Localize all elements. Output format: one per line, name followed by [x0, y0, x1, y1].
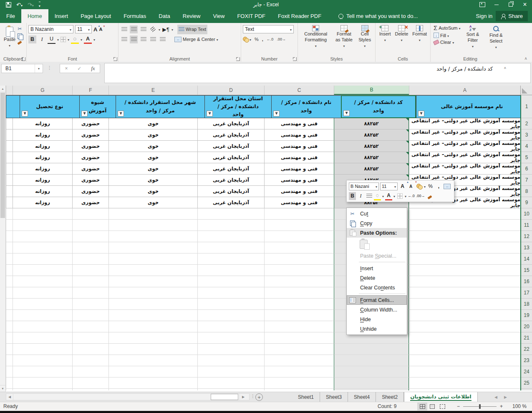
cell-D17[interactable]	[197, 287, 264, 299]
cell-D4[interactable]: آذربایجان غربی	[197, 141, 264, 152]
borders-icon[interactable]	[61, 37, 66, 42]
cell-F19[interactable]	[72, 310, 108, 321]
format-as-table-button[interactable]: Format as Table	[332, 24, 356, 49]
cell-G26[interactable]	[13, 389, 72, 390]
menu-tab-file[interactable]: File	[0, 9, 21, 23]
cell-D16[interactable]	[197, 276, 264, 287]
font-dialog-launcher-icon[interactable]	[113, 57, 117, 61]
cell-F11[interactable]	[72, 220, 108, 231]
cell-A13[interactable]	[409, 242, 520, 253]
cell-G2[interactable]: روزانه	[13, 118, 72, 129]
zoom-slider-thumb[interactable]	[479, 404, 481, 409]
cell-A2[interactable]: موسسه آموزش عالی غیر دولتی– غیر انتفاعی …	[409, 118, 520, 129]
mini-font-name-select[interactable]: B Nazani	[349, 182, 379, 190]
cell-C21[interactable]	[264, 332, 334, 344]
cell-D13[interactable]	[197, 242, 264, 253]
cell-C17[interactable]	[264, 287, 334, 299]
row-header-13[interactable]: 13	[521, 242, 532, 253]
cell-F16[interactable]	[72, 276, 108, 287]
column-header-E[interactable]: E	[108, 86, 197, 95]
menu-tab-data[interactable]: Data	[152, 9, 176, 23]
cell-A14[interactable]	[409, 253, 520, 265]
cell-G20[interactable]	[13, 321, 72, 332]
cell-A17[interactable]	[409, 287, 520, 299]
cell-H10[interactable]	[6, 208, 13, 220]
cell-F5[interactable]: حضوری	[72, 152, 108, 163]
cell-D26[interactable]	[197, 389, 264, 390]
cell-E19[interactable]	[108, 310, 197, 321]
cell-A26[interactable]	[409, 389, 520, 390]
cell-E9[interactable]: خوی	[108, 197, 197, 208]
cell-G19[interactable]	[13, 310, 72, 321]
cell-H21[interactable]	[6, 332, 13, 344]
row-header-21[interactable]: 21	[521, 332, 532, 344]
cell-G24[interactable]	[13, 366, 72, 378]
row-header-3[interactable]: 3	[521, 129, 532, 141]
cell-G10[interactable]	[13, 208, 72, 220]
cell-G11[interactable]	[13, 220, 72, 231]
cell-G5[interactable]: روزانه	[13, 152, 72, 163]
cell-H11[interactable]	[6, 220, 13, 231]
align-left-icon[interactable]	[120, 35, 128, 43]
mini-increase-decimal-icon[interactable]: ←.0	[408, 192, 415, 200]
horizontal-scroll-thumb[interactable]	[211, 394, 238, 400]
mini-grow-font-icon[interactable]: A	[399, 182, 406, 190]
cell-G25[interactable]	[13, 378, 72, 389]
cell-G9[interactable]: روزانه	[13, 197, 72, 208]
cell-G7[interactable]: روزانه	[13, 175, 72, 186]
next-sheet-icon[interactable]: ▶	[504, 395, 507, 399]
cell-F2[interactable]: حضوری	[72, 118, 108, 129]
context-menu-item-unhide[interactable]: Unhide	[347, 324, 407, 334]
cell-E25[interactable]	[108, 378, 197, 389]
collapse-ribbon-icon[interactable]: ˄	[524, 56, 527, 61]
cell-A12[interactable]	[409, 231, 520, 242]
filter-dropdown-icon-E[interactable]: ▼	[118, 111, 124, 117]
cell-D18[interactable]	[197, 299, 264, 310]
paste-button[interactable]: Paste	[2, 24, 18, 49]
filter-dropdown-icon-B[interactable]: ▼	[343, 110, 350, 116]
cell-A19[interactable]	[409, 310, 520, 321]
mini-percent-icon[interactable]: %	[427, 182, 434, 190]
cell-E20[interactable]	[108, 321, 197, 332]
font-color-icon[interactable]: A	[84, 35, 92, 44]
zoom-out-icon[interactable]: −	[457, 403, 460, 409]
row-header-1[interactable]: 1	[521, 95, 532, 118]
cell-H7[interactable]	[6, 175, 13, 186]
cell-C11[interactable]	[264, 220, 334, 231]
cell-D20[interactable]	[197, 321, 264, 332]
cell-H3[interactable]	[6, 129, 13, 141]
zoom-in-icon[interactable]: +	[500, 403, 503, 409]
name-box[interactable]: B1 ▾	[1, 64, 43, 73]
prev-sheet-icon[interactable]: ◀	[494, 395, 497, 399]
mini-font-color-icon[interactable]: A	[385, 191, 392, 200]
mini-comma-icon[interactable]: ,	[435, 182, 442, 190]
cell-D5[interactable]: آذربایجان غربی	[197, 152, 264, 163]
cell-E11[interactable]	[108, 220, 197, 231]
cell-B1[interactable]: کد دانشکده / مرکز / واحد▼	[341, 95, 416, 118]
format-painter-icon[interactable]	[18, 41, 22, 45]
cell-C19[interactable]	[264, 310, 334, 321]
sheet-tab-sheet4[interactable]: Sheet4	[348, 392, 376, 402]
cell-E2[interactable]: خوی	[108, 118, 197, 129]
increase-indent-icon[interactable]	[159, 35, 166, 43]
cell-F7[interactable]: حضوری	[72, 175, 108, 186]
cell-D14[interactable]	[197, 253, 264, 265]
cell-F1[interactable]: شیوه آموزش▼	[79, 95, 116, 118]
cell-C22[interactable]	[264, 344, 334, 355]
cell-F18[interactable]	[72, 299, 108, 310]
context-menu-item-copy[interactable]: Copy	[347, 218, 407, 228]
sheet-tab-sheet3[interactable]: Sheet3	[320, 392, 348, 402]
cell-E6[interactable]: خوی	[108, 163, 197, 175]
cell-E1[interactable]: شهر محل استقرار دانشکده / مرکز / واحد▼	[116, 95, 204, 118]
cell-H9[interactable]	[6, 197, 13, 208]
cell-D15[interactable]	[197, 265, 264, 276]
cell-G22[interactable]	[13, 344, 72, 355]
cell-B3[interactable]: ۸۸۲۵۲	[334, 129, 409, 141]
clear-button[interactable]: Clear	[432, 39, 462, 45]
sheet-tab-sheet2[interactable]: Sheet2	[376, 392, 404, 402]
cell-B6[interactable]: ۸۸۲۵۲	[334, 163, 409, 175]
cell-D6[interactable]: آذربایجان غربی	[197, 163, 264, 175]
cell-B5[interactable]: ۸۸۲۵۲	[334, 152, 409, 163]
context-menu-item-hide[interactable]: Hide	[347, 314, 407, 324]
cell-C18[interactable]	[264, 299, 334, 310]
